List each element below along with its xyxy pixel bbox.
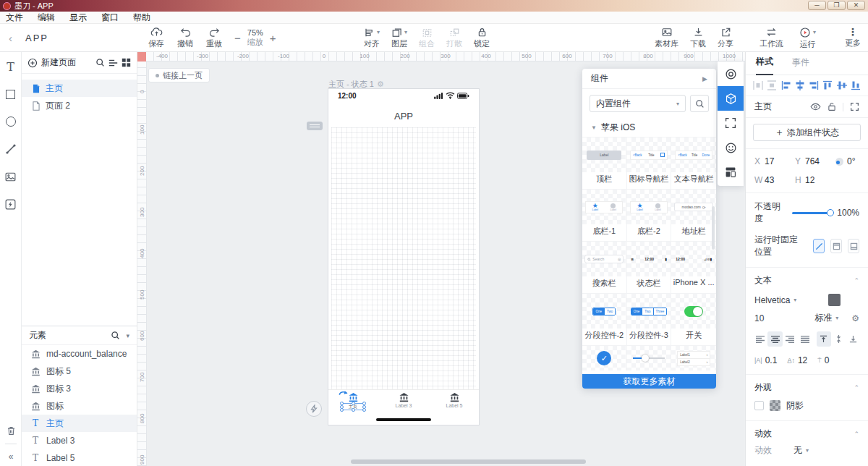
height-value[interactable]: 12 — [805, 175, 835, 185]
text-color-swatch[interactable] — [828, 294, 841, 306]
run-button[interactable]: ▾ 运行 — [799, 24, 816, 52]
components-scrollbar[interactable] — [712, 206, 715, 250]
hotspot-tool[interactable] — [5, 198, 17, 210]
selection-handle[interactable] — [340, 408, 344, 412]
search-elements-icon[interactable] — [111, 331, 120, 340]
redo-button[interactable]: 重做 — [206, 24, 222, 52]
selected-text-element[interactable]: 主页 — [341, 403, 365, 410]
align-bottom-icon[interactable] — [851, 80, 861, 90]
element-item[interactable]: md-account_balance — [22, 345, 137, 363]
component-switch[interactable]: 开关 — [671, 293, 716, 345]
workflow-button[interactable]: 工作流 — [760, 24, 783, 52]
save-button[interactable]: 保存 — [148, 24, 164, 52]
menu-edit[interactable]: 编辑 — [38, 12, 55, 24]
rectangle-tool[interactable] — [5, 88, 17, 100]
font-size-value[interactable]: 10 — [754, 313, 764, 323]
tab-label3[interactable]: Label 3 — [383, 392, 424, 415]
element-item[interactable]: T Label 3 — [22, 432, 137, 449]
component-segment-2[interactable]: One Two 分段控件-2 — [582, 293, 627, 345]
text-align-left-button[interactable] — [753, 331, 767, 347]
new-page-label[interactable]: 新建页面 — [41, 56, 76, 69]
selection-handle[interactable] — [362, 408, 366, 412]
tab-events[interactable]: 事件 — [792, 56, 809, 75]
component-iphonex-statusbar[interactable]: 12:00 ⊿≋▮ iPhone X ... — [671, 241, 716, 293]
close-button[interactable]: ✕ — [847, 1, 865, 10]
fixed-top-button[interactable] — [830, 239, 842, 253]
vertical-align-middle-button[interactable] — [831, 331, 846, 347]
component-list[interactable]: Label1› Label2› — [671, 345, 716, 370]
zoom-in-button[interactable]: + — [263, 32, 283, 44]
component-segment-3[interactable]: One Two Three 分段控件-3 — [627, 293, 672, 345]
width-value[interactable]: 43 — [765, 175, 795, 185]
interaction-badge[interactable] — [306, 401, 322, 417]
component-tabbar-2[interactable]: ★Label Label 底栏-2 — [627, 189, 672, 241]
component-tabbar-1[interactable]: ★Label Label 底栏-1 — [582, 189, 627, 241]
new-page-icon[interactable] — [27, 58, 38, 68]
more-button[interactable]: ⋮ 更多 — [845, 24, 861, 52]
element-item[interactable]: 图标 — [22, 397, 137, 415]
text-settings-gear-icon[interactable]: ⚙ — [851, 313, 859, 323]
target-tool-button[interactable] — [718, 62, 744, 86]
line-tool[interactable] — [5, 143, 17, 155]
lock-icon[interactable] — [827, 102, 836, 111]
component-statusbar[interactable]: ≋ 12:00 ▮ 状态栏 — [627, 241, 672, 293]
get-more-assets-button[interactable]: 获取更多素材 — [582, 374, 716, 389]
trash-icon[interactable] — [6, 425, 17, 436]
paragraph-spacing-value[interactable]: 0 — [825, 355, 830, 365]
selection-handle[interactable] — [352, 402, 355, 405]
search-pages-icon[interactable] — [95, 58, 105, 67]
visibility-eye-icon[interactable] — [810, 103, 821, 111]
shadow-color-swatch[interactable] — [770, 400, 780, 411]
component-slider[interactable] — [627, 345, 672, 370]
letter-spacing-value[interactable]: 0.1 — [765, 355, 778, 365]
component-topbar[interactable]: Label 顶栏 — [582, 137, 627, 189]
component-icon-navbar[interactable]: <Back Title 图标导航栏 — [627, 137, 672, 189]
back-chevron-icon[interactable]: ‹ — [9, 32, 12, 44]
component-checkbox[interactable]: ✓ — [582, 345, 627, 370]
vertical-align-bottom-button[interactable] — [846, 331, 861, 347]
page-item-home[interactable]: 主页 — [22, 80, 137, 97]
collapse-panel-icon[interactable]: « — [9, 452, 14, 462]
text-tool[interactable]: T — [5, 61, 17, 72]
phone-artboard[interactable]: 12:00 APP 主页 — [328, 88, 480, 425]
opacity-value[interactable]: 100% — [837, 208, 859, 218]
screens-tool-button[interactable] — [718, 111, 744, 135]
align-button[interactable]: ▾ 对齐 — [364, 24, 380, 52]
ellipse-tool[interactable] — [5, 116, 17, 127]
template-tool-button[interactable] — [718, 160, 744, 185]
align-center-horizontal-icon[interactable] — [795, 80, 805, 90]
tab-label5[interactable]: Label 5 — [434, 392, 475, 415]
element-item[interactable]: 图标 3 — [22, 380, 137, 397]
text-section-header[interactable]: 文本 ⌃ — [746, 268, 868, 291]
component-addressbar[interactable]: modao.com ⟳ 地址栏 — [671, 189, 716, 241]
tab-style[interactable]: 样式 — [756, 56, 773, 75]
asset-library-button[interactable]: 素材库 — [655, 24, 678, 52]
zoom-out-button[interactable]: − — [228, 32, 247, 44]
undo-button[interactable]: 撤销 — [177, 24, 193, 52]
pin-bottom-button[interactable] — [848, 239, 859, 253]
x-value[interactable]: 17 — [765, 156, 795, 166]
page-item-page2[interactable]: 页面 2 — [22, 97, 137, 114]
y-value[interactable]: 764 — [805, 156, 835, 166]
horizontal-scrollbar[interactable] — [351, 459, 586, 464]
tab-home[interactable]: 主页 — [333, 392, 373, 415]
components-tab-button[interactable] — [718, 86, 744, 111]
rotation-knob-icon[interactable] — [835, 158, 843, 166]
sticker-tool-button[interactable] — [718, 135, 744, 160]
image-tool[interactable] — [5, 171, 17, 182]
align-top-icon[interactable] — [822, 80, 833, 90]
search-components-button[interactable] — [690, 95, 709, 112]
align-middle-icon[interactable] — [837, 80, 847, 90]
align-left-icon[interactable] — [781, 80, 791, 90]
shadow-checkbox[interactable] — [754, 401, 764, 410]
lock-button[interactable]: 锁定 — [474, 24, 490, 52]
link-previous-page-button[interactable]: 链接上一页 — [148, 68, 210, 82]
motion-section-header[interactable]: 动效 ⌃ — [746, 421, 868, 444]
menu-window[interactable]: 窗口 — [101, 12, 119, 24]
grid-view-icon[interactable] — [122, 58, 131, 67]
rotation-value[interactable]: 0° — [847, 156, 855, 166]
component-searchbar[interactable]: Search ◎ 搜索栏 — [582, 241, 627, 293]
section-apple-ios[interactable]: ▼ 苹果 iOS — [582, 118, 716, 137]
font-weight-select[interactable]: 标准 — [814, 312, 832, 324]
element-item[interactable]: 图标 5 — [22, 363, 137, 380]
